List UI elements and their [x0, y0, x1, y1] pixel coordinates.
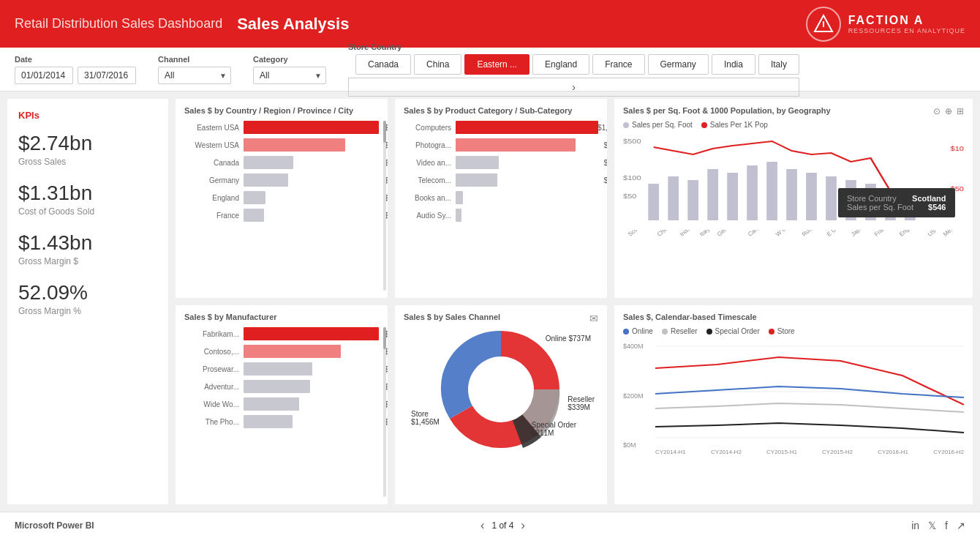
product-bars: Computers $1,087M Photogra... $907M Vide…: [404, 121, 598, 222]
manufacturer-scroll-indicator[interactable]: [383, 327, 386, 497]
timescale-svg: [655, 339, 964, 445]
kpi-item-1: $1.31bn Cost of Goods Sold: [18, 182, 157, 217]
country-bars: Eastern USA $829M Western USA $627M Cana…: [184, 121, 379, 222]
bar-value-0: $1,087M: [598, 124, 607, 132]
svg-text:$50: $50: [623, 193, 637, 200]
ts-legend-label-1: Reseller: [671, 327, 698, 335]
channel-select[interactable]: All: [158, 67, 231, 84]
ts-legend-label-3: Store: [777, 327, 795, 335]
category-select-wrapper: All ▼: [253, 67, 326, 84]
kpi-label-3: Gross Margin %: [18, 306, 157, 316]
geo-icon-1[interactable]: ⊙: [933, 106, 941, 116]
country-tab-italy[interactable]: Italy: [758, 54, 799, 75]
share-icon[interactable]: ↗: [957, 520, 965, 531]
geo-x-label: Scotland: [627, 230, 657, 242]
chart-by-timescale-title: Sales $, Calendar-based Timescale: [623, 313, 964, 321]
tooltip-sales-value: $546: [928, 203, 946, 212]
bar-label-1: Photogra...: [404, 141, 451, 149]
ts-x-label: CY2016-H2: [933, 449, 964, 455]
kpi-value-0: $2.74bn: [18, 132, 157, 155]
country-tab-england[interactable]: England: [532, 54, 589, 75]
geo-x-label: France: [873, 230, 900, 242]
footer-page-info: 1 of 4: [491, 520, 513, 531]
footer-app-name: Microsoft Power BI: [15, 520, 94, 531]
date-inputs: [15, 67, 136, 84]
bar-row-1: Photogra... $907M: [404, 138, 598, 152]
country-tab-india[interactable]: India: [712, 54, 755, 75]
geo-tooltip: Store Country Scotland Sales per Sq. Foo…: [838, 188, 955, 217]
charts-area: Sales $ by Country / Region / Province /…: [176, 99, 973, 504]
filter-bar: Date Channel All ▼ Category All ▼ Store …: [0, 48, 980, 91]
country-tab-germany[interactable]: Germany: [648, 54, 709, 75]
bar-label-1: Contoso,...: [184, 348, 239, 356]
bar-fill-4: [456, 191, 463, 204]
ts-legend-item-1: Reseller: [662, 327, 698, 335]
bar-row-3: Adventur... $323M: [184, 380, 379, 393]
bar-fill-3: [244, 380, 310, 393]
bar-row-4: England $132M: [184, 191, 379, 204]
timescale-y-labels: $400M $200M $0M: [623, 339, 652, 452]
header-title-main: Retail Distribution Sales Dashboard: [15, 16, 222, 31]
facebook-icon[interactable]: f: [945, 520, 948, 531]
svg-rect-11: [766, 162, 777, 220]
bar-row-0: Eastern USA $829M: [184, 121, 379, 134]
country-tab-china[interactable]: China: [414, 54, 461, 75]
ts-legend-item-2: Special Order: [706, 327, 760, 335]
country-tab-canada[interactable]: Canada: [355, 54, 411, 75]
svg-rect-14: [826, 176, 837, 220]
bar-container-4: $59M: [456, 191, 598, 204]
kpi-title: KPIs: [18, 110, 157, 121]
svg-rect-13: [806, 173, 817, 220]
bar-value-1: $907M: [603, 141, 607, 149]
bar-fill-1: [244, 345, 341, 358]
bar-row-1: Contoso,... $470M: [184, 345, 379, 358]
bar-label-1: Western USA: [184, 141, 239, 149]
category-select[interactable]: All: [253, 67, 326, 84]
kpi-item-2: $1.43bn Gross Margin $: [18, 231, 157, 266]
channel-email-icon[interactable]: ✉: [589, 313, 598, 324]
scroll-indicator[interactable]: [383, 121, 386, 291]
geo-icon-3[interactable]: ⊞: [957, 106, 964, 116]
bar-row-0: Computers $1,087M: [404, 121, 598, 134]
category-label: Category: [253, 55, 326, 64]
footer-icons: in 𝕏 f ↗: [911, 520, 965, 531]
country-tab-france[interactable]: France: [592, 54, 644, 75]
linkedin-icon[interactable]: in: [911, 520, 919, 531]
timescale-legend: OnlineResellerSpecial OrderStore: [623, 327, 964, 335]
tooltip-country-label: Store Country: [847, 194, 897, 203]
bar-row-5: France $123M: [184, 209, 379, 222]
bar-container-3: $323M: [244, 380, 379, 393]
svg-rect-7: [687, 180, 698, 220]
header-logo: FACTION A RESSOURCES EN ANALYTIQUE: [806, 7, 965, 42]
geo-icon-2[interactable]: ⊕: [945, 106, 952, 116]
ts-legend-label-2: Special Order: [715, 327, 760, 335]
ts-legend-dot-3: [769, 329, 774, 335]
tabs-next-button[interactable]: ›: [348, 78, 799, 97]
chart-by-manufacturer-title: Sales $ by Manufacturer: [184, 313, 379, 321]
channel-label-reseller: Reseller$339M: [568, 395, 595, 411]
bar-container-3: $270M: [244, 173, 379, 187]
bar-container-2: $303M: [244, 156, 379, 169]
store-country-filter: Store Country CanadaChinaEastern ...Engl…: [348, 42, 799, 97]
donut-chart: Online $737M Reseller$339M Special Order…: [404, 327, 598, 452]
twitter-icon[interactable]: 𝕏: [928, 520, 936, 531]
geo-legend-item-0: Sales per Sq. Foot: [623, 121, 693, 129]
ts-x-label: CY2015-H2: [822, 449, 853, 455]
bar-container-0: $1,087M: [456, 121, 598, 134]
date-end-input[interactable]: [78, 67, 136, 84]
svg-point-21: [468, 356, 534, 422]
ts-legend-label-0: Online: [632, 327, 653, 335]
bar-label-4: England: [184, 194, 239, 202]
bar-container-5: $48M: [456, 209, 598, 222]
geo-x-label: Germany: [716, 230, 747, 242]
bar-label-5: The Pho...: [184, 418, 239, 426]
next-page-button[interactable]: ›: [521, 519, 524, 532]
tooltip-sales-row: Sales per Sq. Foot $546: [847, 203, 946, 212]
date-start-input[interactable]: [15, 67, 73, 84]
kpi-item-0: $2.74bn Gross Sales: [18, 132, 157, 167]
ts-legend-dot-2: [706, 329, 712, 335]
channel-filter: Channel All ▼: [158, 55, 231, 84]
ts-legend-item-3: Store: [769, 327, 795, 335]
prev-page-button[interactable]: ‹: [480, 519, 484, 532]
country-tab-eastern-...[interactable]: Eastern ...: [464, 54, 529, 75]
